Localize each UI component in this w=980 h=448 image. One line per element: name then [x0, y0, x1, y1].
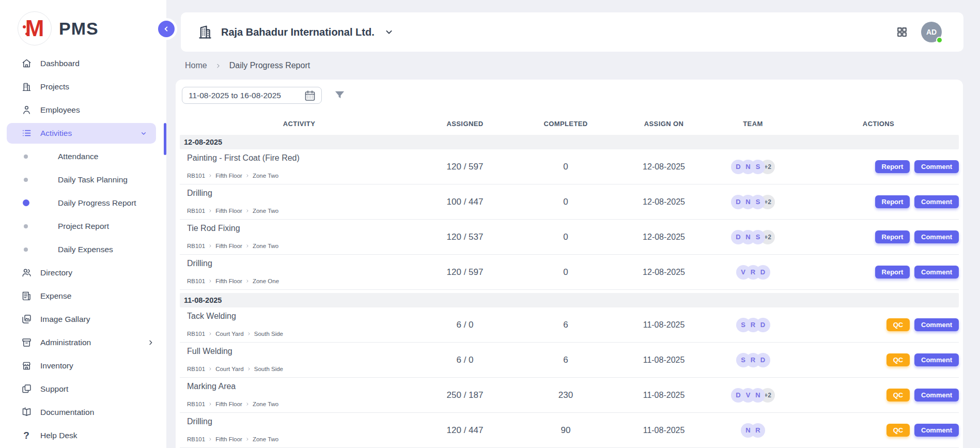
team-avatar[interactable]: V [736, 265, 751, 280]
sidebar-item-activities[interactable]: Activities [7, 123, 156, 144]
breadcrumb-home[interactable]: Home [185, 61, 207, 70]
sidebar-subitem-label: Daily Expenses [58, 245, 113, 254]
sidebar-item-employees[interactable]: Employees [0, 98, 166, 121]
question-icon: ? [21, 430, 32, 441]
comment-button[interactable]: Comment [914, 160, 959, 173]
chevron-right-icon [245, 437, 250, 441]
sidebar-item-label: Documentation [40, 408, 94, 417]
team-avatar[interactable]: S [736, 318, 751, 332]
date-range-input[interactable]: 11-08-2025 to 16-08-2025 [182, 87, 322, 104]
sidebar-item-help-desk[interactable]: ?Help Desk [0, 424, 166, 447]
activity-path-segment: Court Yard [215, 331, 244, 337]
comment-button[interactable]: Comment [914, 230, 959, 243]
receipt-icon [21, 290, 32, 302]
sidebar-subitem-label: Daily Task Planning [58, 175, 128, 184]
content-card: 11-08-2025 to 16-08-2025 ACTIVITYASSIGNE… [176, 80, 963, 448]
table-row: Tie Rod FixingRB101Fifth FloorZone Two12… [180, 220, 959, 255]
sidebar-item-label: Image Gallary [40, 315, 90, 324]
comment-button[interactable]: Comment [914, 266, 959, 279]
logo-letter: M [25, 17, 44, 40]
comment-button[interactable]: Comment [914, 353, 959, 366]
sidebar-collapse-button[interactable] [158, 21, 175, 37]
activity-path-segment: Zone Two [253, 208, 278, 214]
team-avatar[interactable]: D [731, 160, 745, 174]
chevron-right-icon [245, 174, 250, 178]
sidebar-item-label: Projects [40, 82, 69, 91]
sidebar-item-directory[interactable]: Directory [0, 261, 166, 284]
sidebar-scrollbar-thumb[interactable] [164, 123, 166, 155]
actions-cell: ReportComment [798, 255, 959, 289]
chevron-down-icon [139, 129, 148, 137]
table-row: Marking AreaRB101Fifth FloorZone Two250 … [180, 378, 959, 413]
apps-grid-icon[interactable] [896, 26, 908, 38]
sidebar-item-documentation[interactable]: Documentation [0, 400, 166, 424]
building-icon [197, 24, 213, 40]
team-avatar[interactable]: S [736, 353, 751, 367]
bullet-icon [24, 248, 28, 252]
activity-path-segment: RB101 [187, 243, 205, 249]
team-avatar[interactable]: D [731, 388, 745, 403]
assign-on-value: 11-08-2025 [620, 307, 708, 342]
sidebar-item-image-gallary[interactable]: Image Gallary [0, 307, 166, 331]
activity-path-segment: Fifth Floor [215, 243, 242, 249]
activity-cell: DrillingRB101Fifth FloorZone Two [180, 184, 418, 219]
store-icon [21, 360, 32, 372]
activity-path-segment: South Side [254, 331, 283, 337]
chevron-right-icon [245, 209, 250, 213]
completed-value: 6 [511, 307, 620, 342]
sidebar-item-administration[interactable]: Administration [0, 331, 166, 354]
sidebar-item-expense[interactable]: Expense [0, 284, 166, 307]
sidebar-item-label: Support [40, 384, 68, 394]
sidebar-subitem-daily-progress-report[interactable]: Daily Progress Report [0, 191, 166, 214]
chevron-right-icon [208, 332, 212, 336]
sidebar-subitem-project-report[interactable]: Project Report [0, 214, 166, 238]
chevron-right-icon [215, 63, 222, 69]
assigned-value: 6 / 0 [418, 307, 511, 342]
team-avatar[interactable]: D [731, 195, 745, 209]
team-cell: SRD [708, 307, 798, 342]
table-row: Full WeldingRB101Court YardSouth Side6 /… [180, 343, 959, 378]
company-selector[interactable]: Raja Bahadur International Ltd. [197, 24, 394, 40]
assigned-value: 250 / 187 [418, 378, 511, 412]
team-cell: VRD [708, 255, 798, 289]
sidebar: M PMS DashboardProjectsEmployeesActiviti… [0, 0, 166, 448]
actions-cell: ReportComment [798, 184, 959, 219]
sidebar-item-projects[interactable]: Projects [0, 75, 166, 98]
team-avatar[interactable]: N [741, 423, 755, 438]
activity-title: Drilling [187, 417, 212, 426]
completed-value: 0 [511, 184, 620, 219]
avatar[interactable]: AD [921, 22, 942, 42]
report-button[interactable]: Report [875, 266, 910, 279]
sidebar-item-support[interactable]: Support [0, 377, 166, 400]
report-button[interactable]: Report [875, 230, 910, 243]
logo-dot [25, 33, 28, 35]
sidebar-subitem-daily-expenses[interactable]: Daily Expenses [0, 238, 166, 261]
qc-button[interactable]: QC [886, 424, 910, 437]
comment-button[interactable]: Comment [914, 318, 959, 331]
filter-icon[interactable] [334, 89, 346, 101]
report-button[interactable]: Report [875, 195, 910, 208]
sidebar-item-inventory[interactable]: Inventory [0, 354, 166, 377]
chevron-right-icon [208, 437, 212, 441]
sidebar-subitem-attendance[interactable]: Attendance [0, 145, 166, 168]
logo-row: M PMS [0, 0, 166, 45]
assigned-value: 120 / 537 [418, 220, 511, 254]
comment-button[interactable]: Comment [914, 195, 959, 208]
sidebar-item-dashboard[interactable]: Dashboard [0, 52, 166, 75]
breadcrumb-current: Daily Progress Report [229, 61, 310, 70]
assigned-value: 120 / 447 [418, 413, 511, 447]
completed-value: 0 [511, 220, 620, 254]
avatar-initials: AD [926, 28, 937, 36]
qc-button[interactable]: QC [886, 318, 910, 331]
report-button[interactable]: Report [875, 160, 910, 173]
book-icon [21, 407, 32, 418]
chevron-right-icon [247, 332, 251, 336]
group-date-band: 11-08-2025 [180, 293, 959, 307]
comment-button[interactable]: Comment [914, 389, 959, 401]
sidebar-item-label: Inventory [40, 361, 73, 370]
qc-button[interactable]: QC [886, 353, 910, 366]
team-avatar[interactable]: D [731, 230, 745, 244]
comment-button[interactable]: Comment [914, 424, 959, 437]
sidebar-subitem-daily-task-planning[interactable]: Daily Task Planning [0, 168, 166, 191]
qc-button[interactable]: QC [886, 389, 910, 401]
